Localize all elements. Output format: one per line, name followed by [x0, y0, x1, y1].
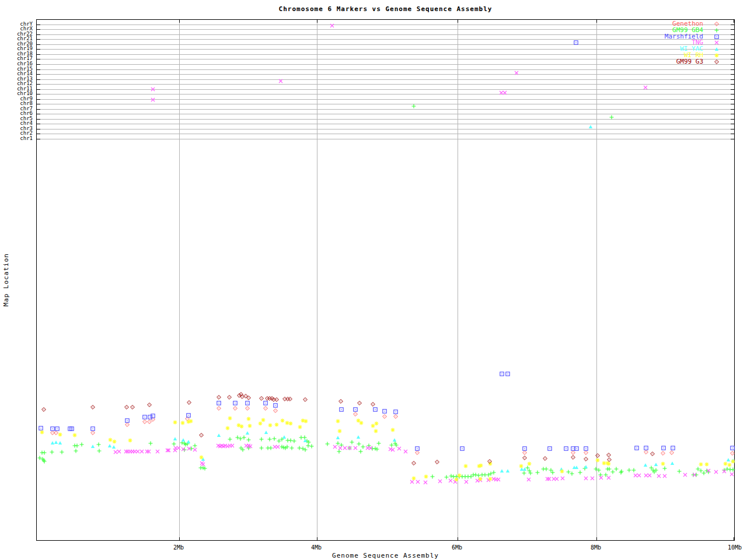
data-point-wi-rh [337, 429, 342, 433]
asterisk-marker-icon [225, 426, 230, 430]
x-marker-icon [502, 90, 507, 95]
data-point-gm99-g3 [338, 399, 343, 404]
data-point-wi-yac [245, 430, 250, 435]
data-point-marshfield [634, 446, 639, 450]
data-point-wi-rh [128, 438, 132, 443]
data-point-tng [502, 90, 507, 95]
data-point-gm99-gb4 [535, 470, 540, 475]
diamond-marker-icon [606, 453, 611, 457]
triangle-marker-icon [90, 444, 95, 449]
plus-marker-icon [285, 444, 289, 449]
legend-entry-marshfield: Marshfield [595, 34, 727, 40]
diamond-marker-icon [233, 406, 238, 411]
data-point-marshfield [245, 401, 250, 405]
x-marker-icon [464, 480, 469, 484]
data-point-gm99-gb4 [240, 447, 245, 452]
y-axis-tick-right [731, 139, 734, 139]
diamond-marker-icon [382, 414, 387, 419]
asterisk-marker-icon [519, 464, 523, 468]
data-point-wi-yac [282, 435, 287, 439]
data-point-wi-rh [606, 461, 611, 466]
diamond-marker-icon [263, 406, 268, 411]
data-point-genethon [90, 430, 95, 435]
asterisk-marker-icon [268, 423, 273, 428]
x-marker-icon [683, 473, 687, 477]
y-axis-tick-right [731, 89, 734, 90]
data-point-marshfield [505, 372, 510, 376]
data-point-marshfield [151, 414, 155, 418]
data-point-wi-rh [72, 433, 77, 438]
legend-label-gm99-g3: GM99 G3 [676, 59, 703, 65]
x-marker-icon [193, 447, 197, 452]
square-marker-icon [373, 407, 378, 412]
diamond-marker-icon [303, 397, 308, 402]
data-point-wi-rh [180, 421, 185, 425]
data-point-wi-yac [303, 438, 308, 443]
data-point-tng [275, 444, 280, 449]
x-marker-icon [729, 472, 734, 477]
data-point-gm99-g3 [187, 400, 191, 405]
data-point-gm99-gb4 [376, 441, 381, 446]
square-marker-icon [714, 34, 719, 39]
diamond-marker-icon [584, 457, 588, 461]
y-axis-tick-left [37, 89, 40, 90]
square-marker-icon [151, 414, 155, 418]
triangle-marker-icon [173, 436, 177, 441]
square-marker-icon [671, 446, 675, 450]
asterisk-marker-icon [560, 469, 564, 474]
data-point-gm99-gb4 [662, 466, 667, 471]
y-axis-tick-left [37, 119, 40, 120]
asterisk-marker-icon [374, 421, 379, 426]
data-point-gm99-gb4 [619, 469, 624, 474]
data-point-tng [606, 475, 611, 480]
y-axis-tick-right [731, 99, 734, 100]
x-marker-icon [514, 71, 519, 75]
data-point-gm99-g3 [41, 407, 46, 412]
data-point-marshfield [50, 426, 55, 431]
data-point-tng [657, 474, 661, 478]
plus-marker-icon [358, 449, 363, 454]
triangle-marker-icon [356, 435, 361, 439]
plus-marker-icon [614, 467, 619, 471]
legend-entry-gm99-gb4: GM99 GB4 [595, 27, 727, 34]
plus-marker-icon [148, 441, 153, 446]
data-point-wi-rh [246, 416, 251, 421]
data-point-gm99-gb4 [60, 450, 64, 454]
data-point-wi-yac [186, 439, 191, 444]
asterisk-marker-icon [280, 418, 285, 423]
data-point-gm99-gb4 [522, 471, 526, 475]
plus-marker-icon [289, 446, 294, 450]
diamond-marker-icon [714, 60, 719, 64]
data-point-wi-yac [173, 436, 177, 441]
data-point-tng [193, 447, 197, 452]
data-point-tng [706, 468, 711, 473]
plus-marker-icon [550, 470, 555, 475]
data-point-tng [330, 23, 334, 28]
data-point-wi-yac [654, 462, 658, 467]
x-axis-tick-label-4Mb: 4Mb [303, 544, 329, 551]
y-axis-tick-left [37, 64, 40, 65]
data-point-marshfield [142, 415, 147, 419]
diamond-marker-icon [487, 459, 492, 464]
y-axis-tick-left [37, 29, 40, 30]
triangle-marker-icon [181, 438, 186, 442]
data-point-marshfield [263, 401, 268, 405]
square-marker-icon [245, 401, 250, 405]
chromosome-row-gridline [37, 94, 734, 94]
data-point-gm99-gb4 [303, 447, 308, 452]
y-axis-tick-left [37, 54, 40, 55]
data-point-tng [683, 473, 687, 477]
data-point-marshfield [671, 446, 675, 450]
y-axis-tick-right [731, 34, 734, 35]
square-marker-icon [125, 418, 130, 423]
data-point-gm99-g3 [411, 461, 416, 466]
legend-entry-gm99-g3: GM99 G3 [595, 59, 727, 65]
data-point-wi-yac [336, 435, 340, 440]
data-point-genethon [233, 406, 238, 411]
square-marker-icon [339, 407, 344, 412]
data-point-gm99-gb4 [246, 438, 251, 442]
x-marker-icon [146, 449, 151, 454]
y-axis-tick-left [37, 104, 40, 104]
x-marker-icon [275, 444, 280, 449]
x-axis-title: Genome Sequence Assembly [36, 552, 735, 559]
